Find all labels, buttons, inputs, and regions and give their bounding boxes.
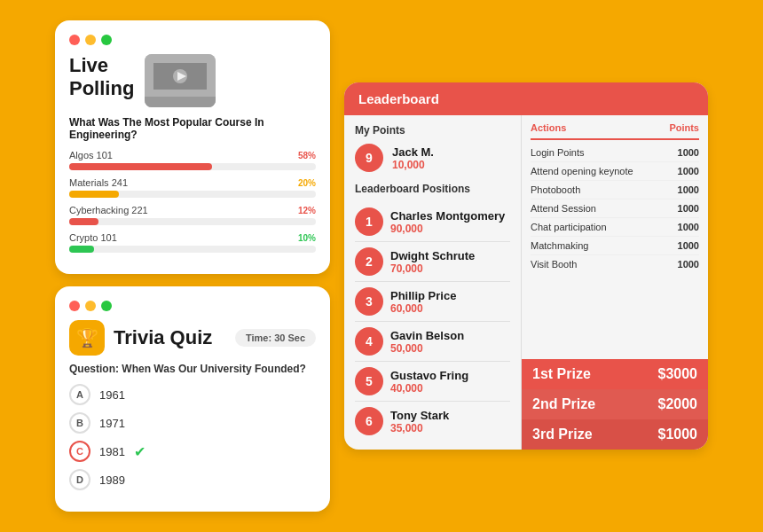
trivia-quiz-card: 🏆 Trivia Quiz Time: 30 Sec Question: Whe… (55, 286, 330, 512)
tl-green (101, 35, 112, 45)
lb-entry-name: Gavin Belson (390, 329, 464, 342)
option-item: C 1981 ✔ (69, 441, 316, 462)
leaderboard-panel: Leaderboard My Points 9 Jack M. 10,000 L… (344, 82, 708, 450)
my-rank-circle: 9 (355, 144, 383, 172)
lb-positions: 1 Charles Montgomery 90,000 2 Dwight Sch… (355, 202, 510, 441)
prize-amount: $3000 (658, 366, 698, 382)
action-points: 1000 (678, 240, 699, 251)
actions-col-header: Actions (531, 122, 566, 133)
lb-entry: 3 Phillip Price 60,000 (355, 282, 510, 322)
lb-entry-info: Phillip Price 60,000 (390, 289, 456, 315)
leaderboard-body: My Points 9 Jack M. 10,000 Leaderboard P… (344, 115, 708, 450)
my-name: Jack M. (392, 145, 434, 159)
lb-entry: 2 Dwight Schrute 70,000 (355, 242, 510, 282)
poll-bar-track: 12% (69, 218, 316, 225)
action-name: Attend opening keynote (531, 166, 633, 176)
option-item: D 1989 (69, 469, 316, 490)
poll-bar-pct: 20% (298, 178, 316, 188)
poll-bar-label: Materials 241 (69, 177, 316, 188)
traffic-lights-2 (69, 301, 316, 311)
prizes-section: 1st Prize $3000 2nd Prize $2000 3rd Priz… (522, 359, 708, 450)
poll-bar-fill (69, 191, 119, 198)
live-polling-card: LivePolling What Was The Most Popular Co… (55, 20, 330, 274)
svg-rect-4 (145, 97, 216, 107)
option-item: A 1961 (69, 384, 316, 405)
poll-bar-item: Algos 101 58% (69, 150, 316, 170)
lb-entry-score: 60,000 (390, 302, 456, 315)
poll-bar-pct: 10% (298, 233, 316, 243)
poll-bar-fill (69, 246, 94, 253)
points-col-header: Points (669, 122, 699, 133)
action-points: 1000 (678, 203, 699, 214)
poll-bar-label: Crypto 101 (69, 232, 316, 243)
rank-circle: 2 (355, 247, 383, 276)
lb-entry-name: Gustavo Fring (390, 369, 468, 382)
lb-entry-score: 50,000 (390, 342, 464, 355)
action-points: 1000 (678, 222, 699, 232)
rank-circle: 5 (355, 367, 383, 395)
poll-bar-label: Cyberhacking 221 (69, 205, 316, 215)
my-points-label: My Points (355, 124, 510, 137)
timer-badge: Time: 30 Sec (235, 329, 316, 347)
actions-table: Actions Points Login Points 1000 Attend … (522, 115, 708, 359)
lb-entry: 6 Tony Stark 35,000 (355, 402, 510, 441)
action-name: Chat participation (531, 222, 607, 232)
lb-entry-name: Dwight Schrute (390, 249, 475, 262)
left-column: LivePolling What Was The Most Popular Co… (55, 20, 330, 512)
tl-red (69, 35, 80, 45)
poll-bar-label: Algos 101 (69, 150, 316, 160)
poll-bar-item: Cyberhacking 221 12% (69, 205, 316, 225)
trophy-icon: 🏆 (69, 320, 105, 356)
prize-row-1: 1st Prize $3000 (522, 359, 708, 389)
leaderboard-right: Actions Points Login Points 1000 Attend … (522, 115, 708, 450)
quiz-header: 🏆 Trivia Quiz Time: 30 Sec (69, 320, 316, 356)
action-row: Photobooth 1000 (531, 181, 699, 200)
prize-label: 1st Prize (532, 366, 591, 382)
rank-circle: 4 (355, 327, 383, 356)
polling-thumbnail (145, 54, 216, 107)
poll-bar-fill (69, 218, 98, 225)
poll-bars: Algos 101 58% Materials 241 20% Cyberhac… (69, 150, 316, 253)
action-points: 1000 (678, 166, 699, 176)
polling-title-section: LivePolling (69, 54, 134, 107)
polling-header-row: LivePolling (69, 54, 316, 107)
leaderboard-header: Leaderboard (344, 82, 708, 115)
poll-bar-track: 20% (69, 191, 316, 198)
action-points: 1000 (678, 147, 699, 158)
action-name: Login Points (531, 147, 585, 158)
poll-bar-item: Crypto 101 10% (69, 232, 316, 253)
lb-entry: 4 Gavin Belson 50,000 (355, 322, 510, 362)
action-row: Login Points 1000 (531, 144, 699, 162)
option-text: 1961 (99, 388, 125, 402)
lb-positions-label: Leaderboard Positions (355, 183, 510, 195)
prize-amount: $1000 (658, 426, 698, 442)
prize-label: 2nd Prize (532, 396, 595, 412)
action-name: Photobooth (531, 184, 580, 195)
rank-circle: 1 (355, 207, 383, 236)
lb-entry-name: Charles Montgomery (390, 209, 505, 223)
action-points: 1000 (678, 184, 699, 195)
lb-entry-score: 90,000 (390, 223, 505, 235)
lb-entry: 1 Charles Montgomery 90,000 (355, 202, 510, 242)
lb-entry-info: Tony Stark 35,000 (390, 409, 449, 434)
option-text: 1971 (99, 417, 125, 430)
actions-rows: Login Points 1000 Attend opening keynote… (531, 144, 699, 273)
my-points-row: 9 Jack M. 10,000 (355, 144, 510, 172)
poll-bar-track: 10% (69, 246, 316, 253)
option-label: B (69, 412, 90, 434)
poll-bar-fill (69, 163, 212, 170)
action-name: Matchmaking (531, 240, 588, 251)
poll-bar-pct: 12% (298, 206, 316, 215)
action-row: Chat participation 1000 (531, 218, 699, 237)
tl-red-2 (69, 301, 80, 311)
poll-bar-track: 58% (69, 163, 316, 170)
lb-entry-info: Dwight Schrute 70,000 (390, 249, 475, 275)
prize-row-2: 2nd Prize $2000 (522, 389, 708, 419)
polling-question: What Was The Most Popular Course In Engi… (69, 116, 316, 141)
poll-bar-item: Materials 241 20% (69, 177, 316, 198)
leaderboard-left: My Points 9 Jack M. 10,000 Leaderboard P… (344, 115, 522, 450)
poll-bar-pct: 58% (298, 151, 316, 160)
my-points-info: Jack M. 10,000 (392, 145, 434, 171)
lb-entry-info: Gustavo Fring 40,000 (390, 369, 468, 395)
action-row: Attend opening keynote 1000 (531, 162, 699, 181)
